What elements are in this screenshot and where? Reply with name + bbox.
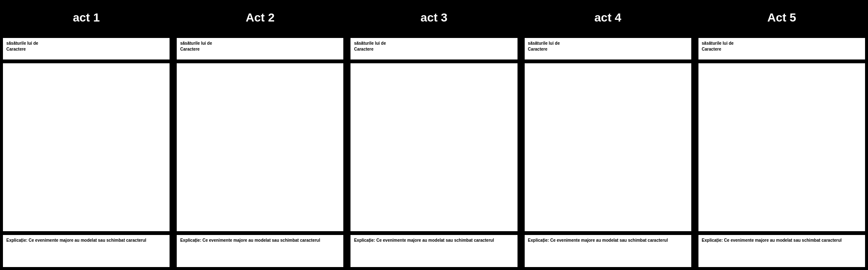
card-bottom-act3[interactable]: Explicație: Ce evenimente majore au mode… [350, 234, 518, 268]
card-top-line1-act5: săsăturile lui de [702, 40, 862, 46]
act-column-act2: Act 2săsăturile lui deCaractereExplicați… [174, 0, 348, 270]
card-main-act2[interactable] [176, 62, 344, 232]
act-column-act1: act 1săsăturile lui deCaractereExplicați… [0, 0, 174, 270]
card-top-line2-act3: Caractere [354, 46, 514, 52]
card-main-act3[interactable] [350, 62, 518, 232]
card-top-line1-act4: săsăturile lui de [528, 40, 688, 46]
act-content-act1: săsăturile lui deCaractereExplicație: Ce… [0, 35, 173, 270]
card-top-act1[interactable]: săsăturile lui deCaractere [2, 37, 170, 60]
card-top-line1-act3: săsăturile lui de [354, 40, 514, 46]
act-content-act4: săsăturile lui deCaractereExplicație: Ce… [522, 35, 694, 270]
card-main-act4[interactable] [524, 62, 692, 232]
card-top-line2-act5: Caractere [702, 46, 862, 52]
card-top-line1-act2: săsăturile lui de [180, 40, 340, 46]
card-bottom-act2[interactable]: Explicație: Ce evenimente majore au mode… [176, 234, 344, 268]
act-header-act5: Act 5 [695, 0, 868, 35]
card-top-act2[interactable]: săsăturile lui deCaractere [176, 37, 344, 60]
card-bottom-act5[interactable]: Explicație: Ce evenimente majore au mode… [698, 234, 866, 268]
card-top-line2-act4: Caractere [528, 46, 688, 52]
act-column-act5: Act 5săsăturile lui deCaractereExplicați… [695, 0, 868, 270]
card-main-act1[interactable] [2, 62, 170, 232]
card-bottom-act1[interactable]: Explicație: Ce evenimente majore au mode… [2, 234, 170, 268]
act-header-act3: act 3 [348, 0, 520, 35]
card-bottom-label-act1: Explicație: Ce evenimente majore au mode… [6, 238, 166, 243]
act-column-act4: act 4săsăturile lui deCaractereExplicați… [522, 0, 695, 270]
card-bottom-label-act2: Explicație: Ce evenimente majore au mode… [180, 238, 340, 243]
page-container: act 1săsăturile lui deCaractereExplicați… [0, 0, 868, 270]
act-header-act2: Act 2 [174, 0, 346, 35]
act-header-act4: act 4 [522, 0, 694, 35]
act-column-act3: act 3săsăturile lui deCaractereExplicați… [348, 0, 521, 270]
act-content-act2: săsăturile lui deCaractereExplicație: Ce… [174, 35, 346, 270]
card-top-act3[interactable]: săsăturile lui deCaractere [350, 37, 518, 60]
card-bottom-label-act5: Explicație: Ce evenimente majore au mode… [702, 238, 862, 243]
act-content-act5: săsăturile lui deCaractereExplicație: Ce… [695, 35, 868, 270]
card-top-act5[interactable]: săsăturile lui deCaractere [698, 37, 866, 60]
act-content-act3: săsăturile lui deCaractereExplicație: Ce… [348, 35, 520, 270]
card-top-line2-act2: Caractere [180, 46, 340, 52]
card-bottom-label-act4: Explicație: Ce evenimente majore au mode… [528, 238, 688, 243]
card-top-line2-act1: Caractere [6, 46, 166, 52]
card-top-line1-act1: săsăturile lui de [6, 40, 166, 46]
card-main-act5[interactable] [698, 62, 866, 232]
card-bottom-act4[interactable]: Explicație: Ce evenimente majore au mode… [524, 234, 692, 268]
act-header-act1: act 1 [0, 0, 173, 35]
card-top-act4[interactable]: săsăturile lui deCaractere [524, 37, 692, 60]
card-bottom-label-act3: Explicație: Ce evenimente majore au mode… [354, 238, 514, 243]
